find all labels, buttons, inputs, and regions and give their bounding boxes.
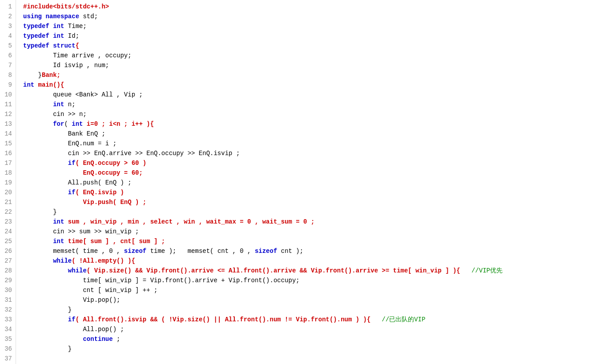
- line-number: 34: [4, 324, 12, 334]
- code-line: All.pop() ;: [23, 324, 599, 334]
- code-line: time[ win_vip ] = Vip.front().arrive + V…: [23, 276, 599, 285]
- code-line: continue ;: [23, 334, 599, 344]
- code-line: while( !All.empty() ){: [23, 256, 599, 266]
- line-number: 6: [4, 51, 12, 60]
- line-number: 28: [4, 266, 12, 276]
- line-number: 18: [4, 168, 12, 178]
- line-number: 16: [4, 148, 12, 158]
- code-line: }: [23, 207, 599, 217]
- code-line: int sum , win_vip , min , select , win ,…: [23, 217, 599, 227]
- line-number: 27: [4, 256, 12, 266]
- code-line: cin >> n;: [23, 109, 599, 119]
- line-number: 32: [4, 305, 12, 315]
- code-line: }Bank;: [23, 70, 599, 80]
- code-line: #include<bits/stdc++.h>: [23, 2, 599, 12]
- code-line: cin >> EnQ.arrive >> EnQ.occupy >> EnQ.i…: [23, 148, 599, 158]
- code-line: }: [23, 305, 599, 315]
- code-line: while( Vip.size() && Vip.front().arrive …: [23, 266, 599, 276]
- line-number: 12: [4, 109, 12, 119]
- code-line: Time arrive , occupy;: [23, 51, 599, 60]
- line-number: 7: [4, 60, 12, 70]
- line-number: 29: [4, 276, 12, 285]
- code-line: Bank EnQ ;: [23, 129, 599, 139]
- line-number: 21: [4, 197, 12, 207]
- code-line: typedef int Time;: [23, 21, 599, 31]
- line-number: 10: [4, 90, 12, 100]
- code-line: All.push( EnQ ) ;: [23, 178, 599, 188]
- line-number: 30: [4, 285, 12, 295]
- code-editor: 1234567891011121314151617181920212223242…: [0, 0, 599, 364]
- code-line: memset( time , 0 , sizeof time ); memset…: [23, 246, 599, 256]
- code-line: int n;: [23, 100, 599, 109]
- code-line: Vip.push( EnQ ) ;: [23, 197, 599, 207]
- code-line: using namespace std;: [23, 12, 599, 21]
- code-line: int time[ sum ] , cnt[ sum ] ;: [23, 236, 599, 246]
- line-number: 15: [4, 139, 12, 148]
- code-line: for( int i=0 ; i<n ; i++ ){: [23, 119, 599, 129]
- line-number: 25: [4, 236, 12, 246]
- code-line: if( EnQ.isvip ): [23, 188, 599, 197]
- code-line: queue <Bank> All , Vip ;: [23, 90, 599, 100]
- line-number: 2: [4, 12, 12, 21]
- line-number: 37: [4, 354, 12, 364]
- line-number: 36: [4, 344, 12, 354]
- code-line: Id isvip , num;: [23, 60, 599, 70]
- line-number: 26: [4, 246, 12, 256]
- line-number: 11: [4, 100, 12, 109]
- code-line: }: [23, 344, 599, 354]
- line-number: 3: [4, 21, 12, 31]
- code-line: if( EnQ.occupy > 60 ): [23, 158, 599, 168]
- line-number: 9: [4, 80, 12, 90]
- code-line: EnQ.occupy = 60;: [23, 168, 599, 178]
- line-number: 1: [4, 2, 12, 12]
- line-number: 14: [4, 129, 12, 139]
- line-number: 19: [4, 178, 12, 188]
- line-number: 8: [4, 70, 12, 80]
- line-number: 13: [4, 119, 12, 129]
- code-line: EnQ.num = i ;: [23, 139, 599, 148]
- line-number: 20: [4, 188, 12, 197]
- line-number: 24: [4, 227, 12, 236]
- code-line: int main(){: [23, 80, 599, 90]
- line-number: 33: [4, 315, 12, 324]
- line-number: 35: [4, 334, 12, 344]
- code-line: typedef int Id;: [23, 31, 599, 41]
- line-number: 23: [4, 217, 12, 227]
- code-line: if( All.front().isvip && ( !Vip.size() |…: [23, 315, 599, 324]
- line-number: 4: [4, 31, 12, 41]
- line-number: 5: [4, 41, 12, 51]
- code-line: typedef struct{: [23, 41, 599, 51]
- code-line: cnt [ win_vip ] ++ ;: [23, 285, 599, 295]
- code-line: cin >> sum >> win_vip ;: [23, 227, 599, 236]
- line-number: 22: [4, 207, 12, 217]
- line-number: 31: [4, 295, 12, 305]
- code-content: #include<bits/stdc++.h>using namespace s…: [16, 0, 599, 364]
- line-number: 17: [4, 158, 12, 168]
- line-number-gutter: 1234567891011121314151617181920212223242…: [0, 0, 16, 364]
- code-line: Vip.pop();: [23, 295, 599, 305]
